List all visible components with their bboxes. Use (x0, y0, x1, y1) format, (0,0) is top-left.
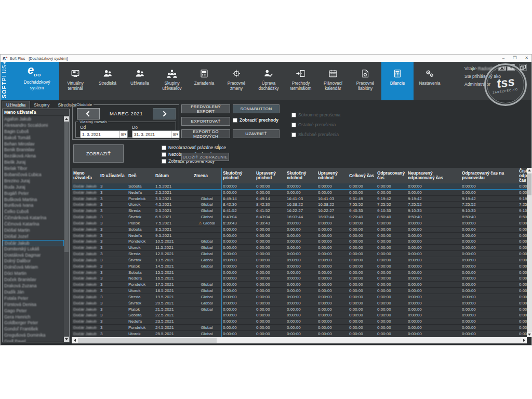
show-passes-checkbox[interactable]: Zobraziť prechody (233, 117, 278, 123)
list-item[interactable]: Čelko Ľuboš (3, 209, 64, 215)
ribbon-item-uprava-dochadzky[interactable]: Úprava dochádzky (252, 62, 285, 100)
table-row[interactable]: Dočár Jakub3Štvrtok20.5.2021Global0:00:0… (72, 300, 527, 307)
list-item[interactable]: Bielik Juraj (3, 159, 64, 166)
list-item[interactable]: Dostálová Dagmar (3, 252, 64, 259)
export-button[interactable]: EXPORTOVAŤ (181, 117, 230, 126)
list-item[interactable]: Fürstová Denisa (3, 302, 64, 308)
to-date-field[interactable]: ⊞▾ (132, 130, 180, 138)
grid-vertical-scrollbar[interactable] (527, 168, 532, 337)
column-header-odpracovany-cas-na-pracovisku[interactable]: Odpracovaný čas na pracovisku (460, 168, 517, 183)
ribbon-item-pracovne-zmeny[interactable]: Pracovné zmeny (220, 62, 252, 100)
ribbon-item-skupiny-uzivatelov[interactable]: Skupiny užívateľov (156, 62, 188, 100)
column-header-meno-uzivatela[interactable]: Meno užívateľa (72, 168, 99, 183)
ribbon-item-zariadenia[interactable]: Zariadenia (188, 62, 220, 100)
calendar-icon[interactable]: ⊞▾ (171, 131, 179, 138)
column-header-id-uzivatela[interactable]: ID užívateľa (99, 168, 127, 183)
table-row[interactable]: Dočár Jakub3Nedeľa2.5.20210:00:000:00:00… (72, 190, 527, 196)
tab-skupiny[interactable]: Skupiny (30, 101, 54, 109)
table-row[interactable]: Dočár Jakub3Nedeľa23.5.20210:00:000:00:0… (72, 318, 527, 325)
list-item[interactable]: Goldberger Peter (3, 320, 64, 326)
table-row[interactable]: Dočár Jakub3Piatok21.5.2021Global0:00:00… (72, 307, 527, 313)
column-header-celkovy-cas[interactable]: Celkový čas (348, 168, 376, 183)
to-date-input[interactable] (132, 132, 171, 137)
table-row[interactable]: Dočár Jakub3Sobota22.5.20210:00:000:00:0… (72, 312, 527, 318)
list-item[interactable]: Čičmová Katarína (3, 221, 64, 228)
list-item[interactable]: Gondoľ František (3, 326, 64, 332)
list-item[interactable]: Domiterský Lukáš (3, 246, 64, 252)
table-row[interactable]: Dočár Jakub3Streda12.5.2021Global0:00:00… (72, 251, 527, 257)
list-item[interactable]: Burišová Ivana (3, 203, 64, 209)
list-item[interactable]: Bezáková Alena (3, 153, 64, 159)
column-header-skutocny-prichod[interactable]: Skutočný príchod (221, 168, 255, 183)
column-header-zmena[interactable]: Zmena (192, 168, 221, 183)
close-period-button[interactable]: UZAVRIEŤ (233, 129, 280, 138)
list-item[interactable]: Bagin Ľuboš (3, 129, 64, 135)
list-item[interactable]: Gregušová Dominika (3, 332, 64, 339)
scroll-down-button[interactable] (64, 337, 69, 342)
list-item[interactable]: Doček Branislav (3, 277, 64, 283)
list-item[interactable]: Buda Juraj (3, 184, 64, 191)
save-view-button[interactable]: ULOŽIŤ ZOBRAZENIE (181, 153, 229, 161)
list-item[interactable]: Dóci Martin (3, 271, 64, 277)
column-header-skutocny-odchod[interactable]: Skutočný odchod (285, 168, 316, 183)
list-item[interactable]: Dolný Dalibor (3, 258, 64, 264)
checkbox-nezobrazovat-prazdne-stlpce[interactable]: Nezobrazovať prázdne stĺpce (162, 145, 226, 150)
list-item[interactable]: Draková Zuzana (3, 283, 64, 289)
table-row[interactable]: Dočár Jakub3Pondelok17.5.2021Global0:00:… (72, 282, 527, 288)
column-header-datum[interactable]: Dátum (154, 168, 192, 183)
column-header-cisty-odpracovany-cas[interactable]: Čistý odpracovaný čas (517, 168, 527, 183)
column-header-odpracovany-cas[interactable]: Odpracovaný čas (376, 168, 406, 183)
from-date-field[interactable]: ⊞▾ (80, 130, 128, 138)
calendar-icon[interactable]: ⊞▾ (119, 131, 127, 138)
list-item[interactable]: Bušková Martina (3, 197, 64, 203)
previous-month-button[interactable] (77, 108, 100, 119)
table-row[interactable]: Dočár Jakub3Nedeľa16.5.20210:00:000:00:0… (72, 275, 527, 282)
table-row[interactable]: Dočár Jakub3Streda19.5.2021Global0:00:00… (72, 294, 527, 300)
list-item[interactable]: Čičmáriková Katarína (3, 215, 64, 221)
checkbox-box[interactable] (162, 159, 166, 164)
list-item[interactable]: Dióšal Jozef (3, 234, 64, 240)
scroll-right-button[interactable] (521, 337, 527, 343)
ribbon-item-strediska[interactable]: Strediská (91, 62, 124, 100)
ribbon-item-bilancie[interactable]: Bilancie (381, 62, 414, 100)
table-row[interactable]: Dočár Jakub3Piatok14.5.2021Global0:00:00… (72, 263, 527, 270)
table-row[interactable]: Dočár Jakub3Sobota8.5.20210:00:000:00:00… (72, 227, 527, 233)
user-list-scrollbar[interactable] (64, 116, 69, 342)
table-row[interactable]: Dočár Jakub3Sobota1.5.20210:00:000:00:00… (72, 183, 527, 190)
list-item[interactable]: Dočár Jakub (3, 240, 64, 246)
list-item[interactable]: Gago Peter (3, 308, 64, 314)
checkbox-box[interactable] (233, 118, 237, 123)
maximize-button[interactable]: ❐ (513, 55, 516, 62)
list-item[interactable]: Bielak Tibor (3, 166, 64, 172)
checkbox-box[interactable] (162, 145, 166, 150)
list-item[interactable]: Dolničová Miriam (3, 264, 64, 271)
table-row[interactable]: Dočár Jakub3Pondelok24.5.2021Global0:00:… (72, 325, 527, 331)
table-row[interactable]: Dočár Jakub3Pondelok10.5.2021Global0:00:… (72, 238, 527, 245)
scroll-left-button[interactable] (72, 337, 77, 343)
ribbon-item-virtualny-terminal[interactable]: Virtuálny terminál (59, 62, 91, 100)
ribbon-item-prechody-terminalom[interactable]: Prechody terminálom (285, 62, 317, 100)
export-to-payroll-button[interactable]: EXPORT DO MZDOVÝCH (181, 129, 230, 138)
list-item[interactable]: Behan Miroslav (3, 141, 64, 148)
checkbox-box[interactable] (162, 152, 166, 157)
ribbon-item-uzivatelia[interactable]: Užívatelia (124, 62, 156, 100)
column-header-upraveny-prichod[interactable]: Upravený príchod (255, 168, 285, 183)
show-button[interactable]: ZOBRAZIŤ (73, 144, 124, 163)
table-row[interactable]: Dočár Jakub3Štvrtok6.5.2021Global6:43:04… (72, 214, 527, 220)
list-item[interactable]: Futala Peter (3, 296, 64, 302)
scroll-up-button[interactable] (527, 168, 532, 173)
from-date-input[interactable] (81, 132, 119, 137)
ribbon-item-pracovne-sablony[interactable]: Pracovné šablóny (349, 62, 381, 100)
scroll-up-button[interactable] (64, 116, 69, 122)
table-row[interactable]: Dočár Jakub3Sobota15.5.20210:00:000:00:0… (72, 270, 527, 276)
grid-horizontal-scrollbar[interactable] (72, 337, 527, 343)
tab-uzivatelia[interactable]: Užívatelia (3, 101, 30, 109)
table-row[interactable]: Dočár Jakub3Utorok25.5.2021Global0:00:00… (72, 331, 527, 337)
table-row[interactable]: Dočár Jakub3Streda5.5.2021Global6:41:526… (72, 208, 527, 214)
scroll-thumb[interactable] (64, 122, 69, 252)
scroll-down-button[interactable] (527, 332, 532, 337)
list-item[interactable]: Bakoš Tomáš (3, 135, 64, 141)
minimize-button[interactable]: – (502, 55, 504, 62)
list-item[interactable]: Gera Henrich (3, 314, 64, 321)
table-row[interactable]: Dočár Jakub3Utorok4.5.2021Global8:42:308… (72, 202, 527, 208)
